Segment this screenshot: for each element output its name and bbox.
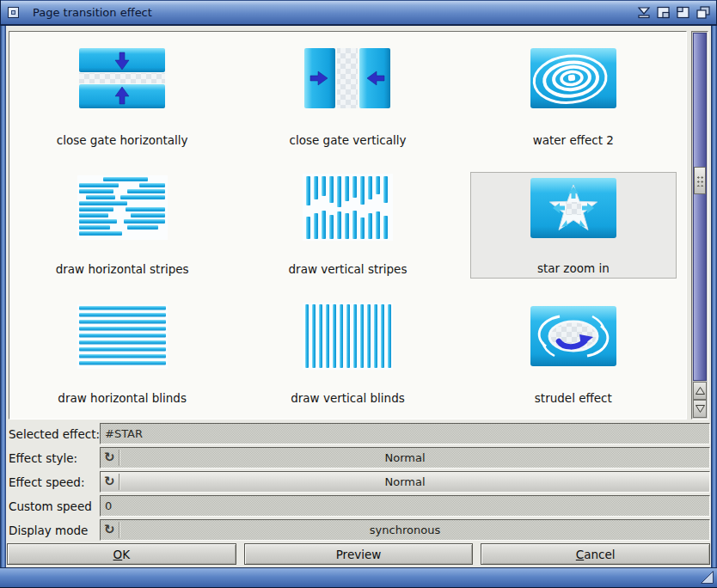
display-mode-value: synchronous xyxy=(101,524,709,536)
vertical-stripes-icon xyxy=(303,174,393,241)
close-gadget[interactable] xyxy=(8,7,19,18)
effect-list: close gate horizontally xyxy=(9,31,687,420)
effect-speed-value: Normal xyxy=(101,475,709,488)
window-border-bottom[interactable] xyxy=(0,567,717,588)
effect-item[interactable]: close gate vertically xyxy=(245,43,450,150)
effect-style-label: Effect style: xyxy=(7,451,100,465)
cycle-icon: ↻ xyxy=(104,472,115,492)
effect-speed-cycle[interactable]: ↻ Normal xyxy=(100,471,710,493)
cycle-icon: ↻ xyxy=(104,520,115,540)
dialog-body: close gate horizontally xyxy=(6,26,711,567)
window-border-right[interactable] xyxy=(711,26,717,567)
depth-gadget[interactable] xyxy=(694,5,713,20)
display-mode-label: Display mode xyxy=(7,524,100,537)
cancel-button[interactable]: Cancel xyxy=(481,543,710,565)
effect-item-label: close gate horizontally xyxy=(57,133,188,147)
iconify-gadget[interactable] xyxy=(634,5,653,20)
effect-style-cycle[interactable]: ↻ Normal xyxy=(100,447,710,469)
horizontal-blinds-icon xyxy=(77,303,168,370)
effect-item-label: close gate vertically xyxy=(290,133,407,147)
effect-item-label: draw vertical stripes xyxy=(289,262,408,276)
depth-icon xyxy=(695,6,712,19)
effect-item-label: draw horizontal blinds xyxy=(58,391,187,405)
custom-speed-value: 0 xyxy=(101,499,112,512)
effect-style-value: Normal xyxy=(101,451,709,464)
star-zoom-icon xyxy=(530,175,616,242)
arrow-down-icon xyxy=(696,405,705,413)
window-border-left[interactable] xyxy=(0,26,6,567)
effect-item[interactable]: draw vertical blinds xyxy=(245,301,450,407)
effect-item[interactable]: draw horizontal stripes xyxy=(20,172,224,279)
selected-effect-value: #STAR xyxy=(101,427,143,440)
page-transition-dialog: Page transition effect xyxy=(0,0,717,588)
effect-item[interactable]: water effect 2 xyxy=(471,43,676,150)
preview-button[interactable]: Preview xyxy=(244,543,474,565)
vertical-blinds-icon xyxy=(303,303,393,370)
effect-item[interactable]: close gate horizontally xyxy=(20,43,224,150)
window-title: Page transition effect xyxy=(33,6,152,19)
button-row: OK Preview Cancel xyxy=(7,543,710,565)
effect-item-selected[interactable]: star zoom in xyxy=(470,172,677,279)
effect-item-label: strudel effect xyxy=(535,391,612,405)
close-icon xyxy=(11,10,15,15)
strudel-icon xyxy=(530,303,616,370)
effect-item-label: water effect 2 xyxy=(533,133,614,147)
resize-icon[interactable] xyxy=(700,570,714,585)
cycle-icon: ↻ xyxy=(104,448,115,468)
scrollbar-thumb[interactable] xyxy=(694,167,706,194)
effect-item[interactable]: strudel effect xyxy=(471,301,676,407)
cycle-separator xyxy=(119,474,120,490)
scroll-down-button[interactable] xyxy=(693,400,707,418)
custom-speed-input[interactable]: 0 xyxy=(100,495,710,517)
zoom-icon xyxy=(675,6,692,19)
ok-button[interactable]: OK xyxy=(7,543,236,565)
close-gate-vertically-icon xyxy=(304,45,390,112)
selected-effect-input[interactable]: #STAR xyxy=(100,423,710,444)
cycle-separator xyxy=(119,522,120,538)
maximize-icon xyxy=(655,6,672,19)
effect-speed-label: Effect speed: xyxy=(7,475,100,489)
effect-item-label: draw horizontal stripes xyxy=(56,262,189,276)
scroll-up-button[interactable] xyxy=(693,382,707,400)
grip-dots-icon xyxy=(696,175,704,187)
display-mode-cycle[interactable]: ↻ synchronous xyxy=(100,519,710,541)
horizontal-stripes-icon xyxy=(77,174,168,241)
zoom-gadget[interactable] xyxy=(674,5,693,20)
maximize-gadget[interactable] xyxy=(654,5,673,20)
close-gate-horizontally-icon xyxy=(79,45,165,112)
effect-item-label: draw vertical blinds xyxy=(291,391,405,405)
iconify-icon xyxy=(635,6,653,19)
effect-item[interactable]: draw vertical stripes xyxy=(245,172,450,279)
effect-item-label: star zoom in xyxy=(537,261,610,275)
selected-effect-label: Selected effect: xyxy=(7,427,100,441)
window-gadgets xyxy=(634,5,713,20)
effect-item[interactable]: draw horizontal blinds xyxy=(20,301,224,407)
cycle-separator xyxy=(119,450,120,466)
titlebar[interactable]: Page transition effect xyxy=(1,0,716,25)
custom-speed-label: Custom speed xyxy=(7,499,100,513)
scrollbar-track[interactable] xyxy=(693,33,707,381)
arrow-up-icon xyxy=(696,387,705,395)
water-effect-icon xyxy=(530,45,616,112)
vertical-scrollbar[interactable] xyxy=(691,31,708,420)
